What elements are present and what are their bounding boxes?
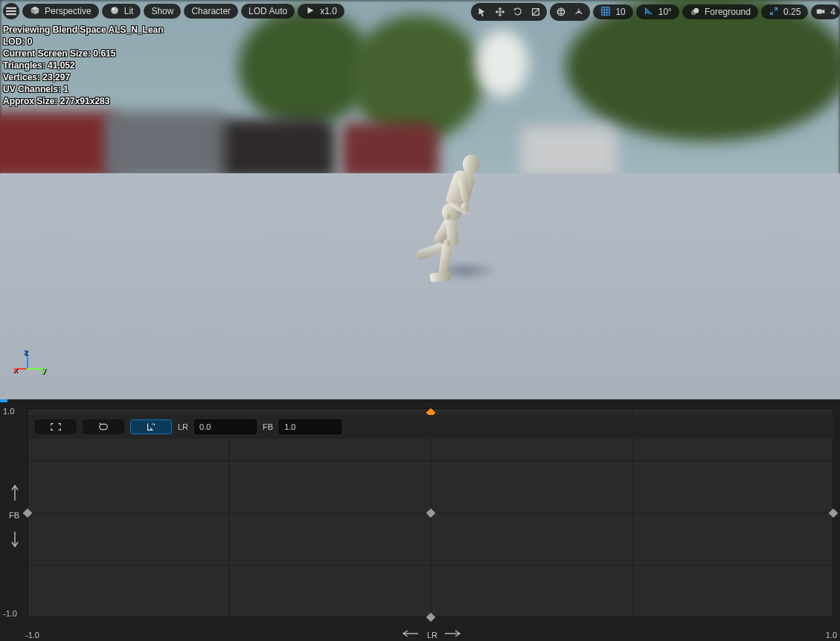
- svg-rect-29: [100, 424, 108, 429]
- y-axis-label: FB: [9, 511, 19, 520]
- fit-button[interactable]: [35, 419, 77, 434]
- x-axis-max: 1.0: [826, 631, 837, 640]
- angle-icon: [644, 6, 654, 19]
- viewport-menu-button[interactable]: [3, 3, 19, 19]
- surface-snap-button[interactable]: [571, 4, 587, 19]
- axis-y-label: y: [42, 365, 46, 374]
- show-dropdown[interactable]: Show: [144, 4, 181, 19]
- cube-icon: [30, 5, 40, 18]
- fb-input[interactable]: 1.0: [279, 419, 342, 434]
- rotate-tool-button[interactable]: [510, 4, 526, 19]
- lr-input-label: LR: [178, 422, 188, 431]
- lit-label: Lit: [124, 6, 134, 16]
- scale-snap-label: Foreground: [705, 7, 751, 17]
- show-label: Show: [151, 6, 173, 16]
- blendspace-panel: 1.0 -1.0 FB -1.0 1.0 LR LR 0.0 FB 1.0: [0, 399, 840, 641]
- lit-dropdown[interactable]: Lit: [102, 4, 141, 19]
- viewport-toolbar-left: Perspective Lit Show Character LOD Auto …: [3, 3, 344, 19]
- svg-marker-9: [479, 8, 485, 16]
- preview-mode-button[interactable]: [130, 419, 172, 434]
- svg-rect-27: [817, 9, 822, 13]
- camera-icon: [815, 6, 826, 19]
- svg-point-6: [111, 7, 118, 14]
- bg-car: [223, 119, 335, 178]
- grid-snap-button[interactable]: 10: [593, 4, 632, 19]
- svg-marker-8: [308, 7, 314, 13]
- move-tool-button[interactable]: [492, 4, 508, 19]
- playback-speed-button[interactable]: x1.0: [298, 4, 344, 19]
- play-icon: [305, 5, 315, 18]
- scale-snap-button[interactable]: Foreground: [682, 4, 758, 19]
- playback-speed-label: x1.0: [320, 6, 337, 16]
- bg-car: [104, 112, 231, 178]
- viewport-3d[interactable]: Previewing Blend Space ALS_N_Lean LOD: 0…: [0, 0, 840, 399]
- timeline-progress: [0, 399, 7, 402]
- x-axis-label: LR: [427, 631, 437, 640]
- lod-dropdown[interactable]: LOD Auto: [241, 4, 295, 19]
- viewport-stats: Previewing Blend Space ALS_N_Lean LOD: 0…: [3, 24, 164, 107]
- character-dropdown[interactable]: Character: [184, 4, 238, 19]
- blendspace-grid[interactable]: [28, 408, 833, 617]
- bg-highlight: [476, 30, 528, 97]
- loop-button[interactable]: [83, 419, 124, 434]
- stat-line: Triangles: 41,052: [3, 59, 164, 71]
- viewport-floor: [0, 173, 840, 399]
- foreground-icon: [690, 6, 700, 19]
- bg-car: [521, 126, 618, 178]
- character-label: Character: [191, 6, 231, 16]
- stat-line: Current Screen Size: 0.615: [3, 48, 164, 59]
- blendspace-toolbar: LR 0.0 FB 1.0: [29, 415, 833, 439]
- preview-character: [424, 155, 491, 296]
- fb-input-label: FB: [263, 422, 273, 431]
- svg-rect-18: [602, 7, 610, 15]
- viewport-toolbar-right: 10 10° Foreground 0.25 4: [471, 3, 840, 21]
- axis-x-label: x: [13, 365, 18, 374]
- sphere-icon: [109, 5, 120, 18]
- stat-line: LOD: 0: [3, 36, 164, 48]
- stat-line: Previewing Blend Space ALS_N_Lean: [3, 24, 164, 36]
- stat-line: UV Channels: 1: [3, 83, 164, 95]
- transform-tool-group: [471, 3, 547, 21]
- axis-z-label: z: [24, 347, 28, 356]
- angle-snap-button[interactable]: 10°: [636, 4, 679, 19]
- angle-snap-value: 10°: [658, 7, 672, 17]
- camera-snap-button[interactable]: 0.25: [761, 4, 808, 19]
- snapping-group: [550, 3, 590, 21]
- svg-point-7: [112, 7, 115, 10]
- svg-point-24: [693, 7, 699, 13]
- axis-gizmo: z x y: [18, 352, 48, 381]
- lod-label: LOD Auto: [249, 6, 287, 16]
- perspective-label: Perspective: [45, 6, 92, 16]
- y-axis-max: 1.0: [3, 407, 14, 416]
- camera-speed-value: 4: [830, 7, 836, 17]
- expand-icon: [769, 6, 779, 19]
- camera-speed-button[interactable]: 4: [811, 4, 840, 19]
- lr-input[interactable]: 0.0: [194, 419, 257, 434]
- scale-tool-button[interactable]: [528, 4, 544, 19]
- x-axis-min: -1.0: [25, 631, 39, 640]
- camera-snap-value: 0.25: [783, 7, 801, 17]
- bg-car: [0, 112, 119, 178]
- y-axis-min: -1.0: [3, 609, 17, 618]
- grid-snap-value: 10: [615, 7, 625, 17]
- perspective-dropdown[interactable]: Perspective: [22, 4, 99, 19]
- stat-line: Vertices: 23,297: [3, 71, 164, 83]
- svg-marker-28: [822, 9, 825, 13]
- grid-icon: [600, 6, 611, 19]
- select-tool-button[interactable]: [474, 4, 490, 19]
- svg-line-13: [533, 9, 539, 16]
- world-local-toggle[interactable]: [553, 4, 569, 19]
- stat-line: Approx Size: 277x91x283: [3, 95, 164, 107]
